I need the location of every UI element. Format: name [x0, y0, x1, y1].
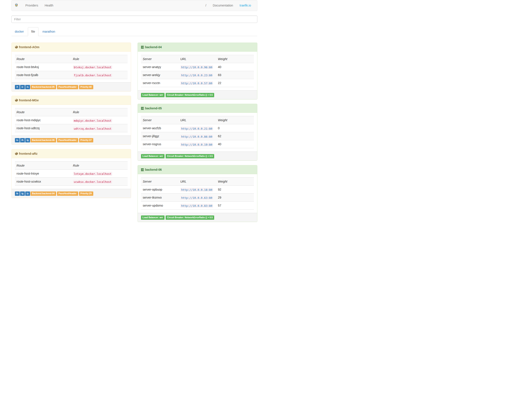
tab-marathon: marathon — [39, 27, 59, 36]
route-name: route-host-ucwksx — [15, 177, 71, 186]
server-url-cell: http://10.0.0.21:80 — [179, 124, 216, 132]
servers-table: ServerURLWeightserver-anatyyhttp://10.0.… — [141, 55, 254, 87]
route-rule-cell: lntxye.docker.localhost — [71, 169, 128, 177]
frontend-panel: frontend-AOmRouteRuleroute-host-btvksjbt… — [11, 43, 131, 91]
servers-table: ServerURLWeightserver-aozfzbhttp://10.0.… — [141, 116, 254, 148]
server-row: server-rscctnhttp://10.0.0.57:8022 — [141, 79, 254, 87]
backend-table-header-row: ServerURLWeight — [141, 177, 254, 186]
frontend-panel-heading: frontend-AOm — [12, 43, 131, 52]
frontend-table-header-row: RouteRule — [15, 161, 128, 169]
server-url-link[interactable]: http://10.0.0.63:80 — [180, 196, 213, 200]
route-row: route-host-fjzalbfjzalb.docker.localhost — [15, 71, 128, 79]
server-url-cell: http://10.0.0.63:80 — [179, 193, 216, 201]
frontend-title: frontend-MGe — [19, 98, 39, 102]
route-rule: ucwksx.docker.localhost — [73, 180, 112, 184]
frontend-panel-heading: frontend-aRz — [12, 149, 131, 158]
server-weight: 40 — [216, 140, 254, 148]
nav-item-providers[interactable]: Providers — [22, 0, 41, 11]
backend-panel: backend-04ServerURLWeightserver-anatyyht… — [138, 43, 257, 99]
server-weight: 29 — [216, 193, 254, 201]
servers-icon — [141, 46, 144, 49]
backend-table-header-row: ServerURLWeight — [141, 55, 254, 63]
navbar-brand[interactable] — [12, 0, 22, 11]
route-name: route-host-udtrzq — [15, 124, 71, 132]
frontend-detail-badge: PassHostHeader — [57, 138, 78, 142]
tab-file: file — [28, 27, 39, 36]
column-header: Route — [15, 55, 71, 63]
tab-link-docker[interactable]: docker — [11, 27, 28, 36]
route-name: route-host-fjzalb — [15, 71, 71, 79]
server-row: server-jifqgzhttp://10.0.0.86:8062 — [141, 132, 254, 140]
backend-detail-badge: Load Balancer: wrr — [141, 154, 164, 158]
nav-item-traefik.io[interactable]: traefik.io — [237, 0, 254, 11]
servers-table: ServerURLWeightserver-opbuophttp://10.0.… — [141, 177, 254, 210]
server-name: server-arekjy — [141, 71, 179, 79]
column-header: URL — [179, 116, 216, 124]
nav-item-documentation[interactable]: Documentation — [209, 0, 236, 11]
navbar-left-nav: ProvidersHealth — [22, 0, 57, 11]
route-rule: fjzalb.docker.localhost — [73, 73, 112, 77]
server-url-link[interactable]: http://10.0.0.23:80 — [180, 73, 213, 77]
backend-title: backend-05 — [145, 107, 162, 110]
backend-panel: backend-05ServerURLWeightserver-aozfzbht… — [138, 104, 257, 161]
server-url-link[interactable]: http://10.0.0.19:80 — [180, 143, 213, 147]
globe-icon — [15, 152, 18, 155]
backend-detail-badge: Circuit Breaker: NetworkErrorRatio () > … — [166, 215, 214, 220]
server-row: server-aozfzbhttp://10.0.0.21:800 — [141, 124, 254, 132]
server-url-cell: http://10.0.0.86:80 — [179, 132, 216, 140]
frontend-title: frontend-AOm — [19, 45, 39, 49]
tab-link-file[interactable]: file — [28, 27, 39, 36]
server-row: server-nsgrushttp://10.0.0.19:8040 — [141, 140, 254, 148]
server-row: server-updomohttp://10.0.0.83:8057 — [141, 201, 254, 209]
server-name: server-tksmvo — [141, 193, 179, 201]
frontends-column: frontend-AOmRouteRuleroute-host-btvksjbt… — [11, 43, 131, 203]
server-url-link[interactable]: http://10.0.0.83:80 — [180, 204, 213, 208]
route-rule-cell: fjzalb.docker.localhost — [71, 71, 128, 79]
server-name: server-aozfzb — [141, 124, 179, 132]
server-url-link[interactable]: http://10.0.0.96:80 — [180, 65, 213, 69]
frontend-panel: frontend-aRzRouteRuleroute-host-lntxyeln… — [11, 149, 131, 198]
column-header: Server — [141, 116, 179, 124]
server-weight: 0 — [216, 124, 254, 132]
frontend-panel-heading: frontend-MGe — [12, 96, 131, 105]
route-row: route-host-udtrzqudtrzq.docker.localhost — [15, 124, 128, 132]
column-header: Weight — [216, 177, 254, 186]
frontend-title: frontend-aRz — [19, 152, 38, 155]
provider-tabs: dockerfilemarathon — [11, 27, 257, 36]
route-row: route-host-lntxyelntxye.docker.localhost — [15, 169, 128, 177]
column-header: URL — [179, 55, 216, 63]
frontend-detail-badge: Backend:backend-04 — [30, 191, 56, 196]
server-url-link[interactable]: http://10.0.0.57:80 — [180, 81, 213, 85]
frontend-detail-badge: PassHostHeader — [57, 191, 78, 196]
server-url-link[interactable]: http://10.0.0.18:80 — [180, 188, 213, 192]
frontend-panel-footer: /b/g/yBackend:backend-04PassHostHeaderPr… — [12, 189, 131, 198]
server-url-cell: http://10.0.0.96:80 — [179, 63, 216, 71]
backend-panel-heading: backend-04 — [138, 43, 257, 52]
frontend-detail-badge: Backend:backend-05 — [30, 85, 56, 89]
backend-panel-body: ServerURLWeightserver-anatyyhttp://10.0.… — [138, 52, 257, 90]
backend-detail-badge: Circuit Breaker: NetworkErrorRatio () > … — [166, 154, 214, 158]
server-row: server-tksmvohttp://10.0.0.63:8029 — [141, 193, 254, 201]
route-badge: /z — [20, 85, 25, 89]
column-header: Rule — [71, 108, 128, 116]
tab-link-marathon[interactable]: marathon — [39, 27, 58, 36]
route-rule-cell: mdqiyc.docker.localhost — [71, 116, 128, 124]
backends-column: backend-04ServerURLWeightserver-anatyyht… — [138, 43, 257, 226]
backend-panel-heading: backend-06 — [138, 165, 257, 174]
nav-item-health[interactable]: Health — [41, 0, 57, 11]
frontend-panel-body: RouteRuleroute-host-mdqiycmdqiyc.docker.… — [12, 105, 131, 136]
nav-item-[interactable]: / — [202, 0, 210, 11]
server-weight: 92 — [216, 186, 254, 193]
server-url-link[interactable]: http://10.0.0.21:80 — [180, 127, 213, 130]
route-badge: /t — [15, 85, 20, 89]
page: ProvidersHealth /Documentationtraefik.io… — [11, 0, 257, 226]
column-header: Server — [141, 177, 179, 186]
filter-input[interactable] — [11, 16, 257, 23]
server-url-link[interactable]: http://10.0.0.86:80 — [180, 135, 213, 138]
route-badge: /h — [20, 138, 25, 142]
frontend-detail-badge: Priority:37 — [79, 138, 93, 142]
backend-detail-badge: Load Balancer: wrr — [141, 93, 164, 97]
route-row: route-host-ucwksxucwksx.docker.localhost — [15, 177, 128, 186]
navbar-right-nav: /Documentationtraefik.io — [202, 0, 254, 11]
route-rule-cell: udtrzq.docker.localhost — [71, 124, 128, 132]
